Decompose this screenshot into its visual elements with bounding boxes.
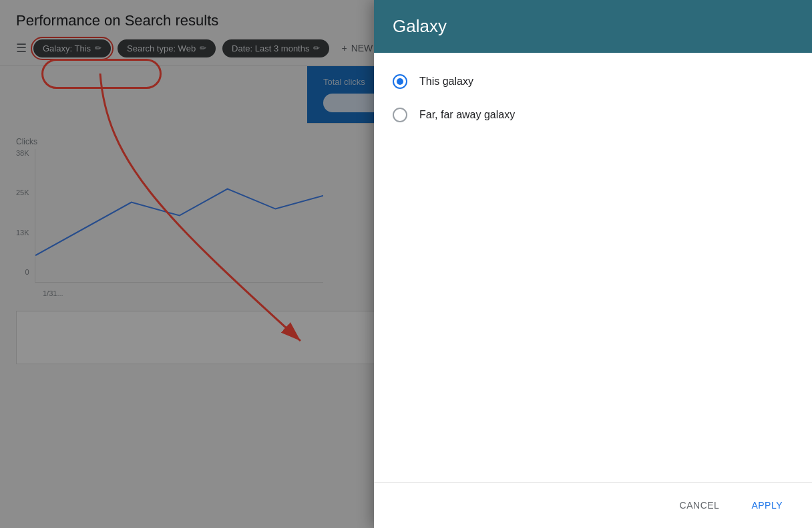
- dialog-overlay: Galaxy This galaxy Far, far away galaxy …: [0, 0, 812, 528]
- radio-circle-this-galaxy[interactable]: [393, 74, 407, 89]
- dialog-footer: CANCEL APPLY: [374, 482, 812, 528]
- apply-button[interactable]: APPLY: [741, 493, 793, 517]
- dialog-body: This galaxy Far, far away galaxy: [374, 53, 812, 482]
- radio-circle-far-galaxy[interactable]: [393, 108, 407, 122]
- dialog-header: Galaxy: [374, 0, 812, 53]
- radio-label-this-galaxy: This galaxy: [419, 76, 473, 88]
- radio-label-far-galaxy: Far, far away galaxy: [419, 109, 515, 121]
- radio-option-far-galaxy[interactable]: Far, far away galaxy: [393, 108, 793, 122]
- galaxy-dialog: Galaxy This galaxy Far, far away galaxy …: [374, 0, 812, 528]
- cancel-button[interactable]: CANCEL: [669, 493, 731, 517]
- dialog-title: Galaxy: [393, 16, 793, 37]
- radio-option-this-galaxy[interactable]: This galaxy: [393, 74, 793, 89]
